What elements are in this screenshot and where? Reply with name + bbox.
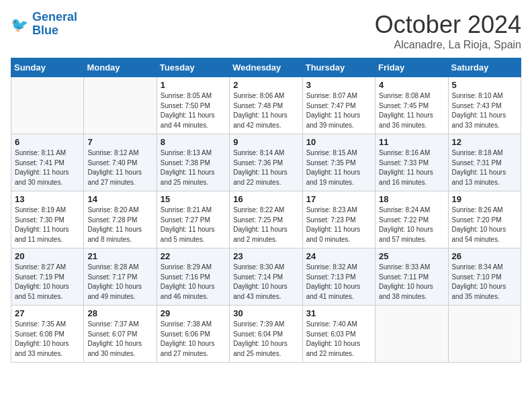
day-info: Sunrise: 8:12 AMSunset: 7:40 PMDaylight:… [87,148,152,187]
calendar-cell: 31Sunrise: 7:40 AMSunset: 6:03 PMDayligh… [302,306,375,363]
calendar-cell: 6Sunrise: 8:11 AMSunset: 7:41 PMDaylight… [11,134,84,191]
calendar-cell: 12Sunrise: 8:18 AMSunset: 7:31 PMDayligh… [448,134,521,191]
calendar-cell: 22Sunrise: 8:29 AMSunset: 7:16 PMDayligh… [157,248,229,306]
day-number: 2 [233,80,298,90]
calendar-cell: 4Sunrise: 8:08 AMSunset: 7:45 PMDaylight… [375,77,448,134]
day-info: Sunrise: 8:30 AMSunset: 7:14 PMDaylight:… [233,263,298,302]
day-info: Sunrise: 8:27 AMSunset: 7:19 PMDaylight:… [15,263,80,302]
day-info: Sunrise: 8:28 AMSunset: 7:17 PMDaylight:… [87,263,152,302]
day-info: Sunrise: 8:06 AMSunset: 7:48 PMDaylight:… [233,91,298,130]
day-number: 30 [233,308,298,318]
calendar-cell: 19Sunrise: 8:26 AMSunset: 7:20 PMDayligh… [448,191,521,248]
day-number: 17 [306,194,371,204]
calendar-cell: 10Sunrise: 8:15 AMSunset: 7:35 PMDayligh… [302,134,375,191]
day-number: 22 [161,251,226,261]
day-number: 23 [233,251,298,261]
calendar-cell: 2Sunrise: 8:06 AMSunset: 7:48 PMDaylight… [230,77,302,134]
day-number: 21 [87,251,152,261]
day-number: 18 [379,194,444,204]
calendar-cell: 21Sunrise: 8:28 AMSunset: 7:17 PMDayligh… [84,248,157,306]
logo-icon: 🐦 [11,15,30,34]
calendar-header: SundayMondayTuesdayWednesdayThursdayFrid… [11,58,521,77]
day-number: 3 [306,80,371,90]
calendar-cell: 14Sunrise: 8:20 AMSunset: 7:28 PMDayligh… [84,191,157,248]
logo-text: General Blue [32,11,77,38]
calendar-cell: 25Sunrise: 8:33 AMSunset: 7:11 PMDayligh… [375,248,448,306]
calendar-week-row: 6Sunrise: 8:11 AMSunset: 7:41 PMDaylight… [11,134,521,191]
day-number: 20 [15,251,80,261]
calendar-cell: 5Sunrise: 8:10 AMSunset: 7:43 PMDaylight… [448,77,521,134]
logo: 🐦 General Blue [11,11,77,38]
day-info: Sunrise: 8:34 AMSunset: 7:10 PMDaylight:… [452,263,517,302]
day-number: 31 [306,308,371,318]
calendar-cell [84,77,157,134]
day-info: Sunrise: 7:38 AMSunset: 6:06 PMDaylight:… [161,320,226,359]
calendar-cell: 9Sunrise: 8:14 AMSunset: 7:36 PMDaylight… [230,134,302,191]
day-info: Sunrise: 8:19 AMSunset: 7:30 PMDaylight:… [15,205,80,244]
calendar-cell: 30Sunrise: 7:39 AMSunset: 6:04 PMDayligh… [230,306,302,363]
calendar-cell: 23Sunrise: 8:30 AMSunset: 7:14 PMDayligh… [230,248,302,306]
day-number: 9 [233,137,298,147]
day-info: Sunrise: 8:29 AMSunset: 7:16 PMDaylight:… [161,263,226,302]
day-info: Sunrise: 8:33 AMSunset: 7:11 PMDaylight:… [379,263,444,302]
day-info: Sunrise: 8:18 AMSunset: 7:31 PMDaylight:… [452,148,517,187]
day-info: Sunrise: 7:40 AMSunset: 6:03 PMDaylight:… [306,320,371,359]
calendar-cell: 16Sunrise: 8:22 AMSunset: 7:25 PMDayligh… [230,191,302,248]
calendar-cell: 17Sunrise: 8:23 AMSunset: 7:23 PMDayligh… [302,191,375,248]
day-number: 28 [87,308,152,318]
header-cell-tuesday: Tuesday [157,58,229,77]
day-number: 6 [15,137,80,147]
day-number: 24 [306,251,371,261]
day-info: Sunrise: 7:39 AMSunset: 6:04 PMDaylight:… [233,320,298,359]
calendar-cell: 27Sunrise: 7:35 AMSunset: 6:08 PMDayligh… [11,306,84,363]
day-info: Sunrise: 8:05 AMSunset: 7:50 PMDaylight:… [161,91,226,130]
header-cell-friday: Friday [375,58,448,77]
day-number: 16 [233,194,298,204]
calendar-cell: 11Sunrise: 8:16 AMSunset: 7:33 PMDayligh… [375,134,448,191]
day-info: Sunrise: 7:35 AMSunset: 6:08 PMDaylight:… [15,320,80,359]
day-number: 25 [379,251,444,261]
day-info: Sunrise: 8:14 AMSunset: 7:36 PMDaylight:… [233,148,298,187]
day-info: Sunrise: 7:37 AMSunset: 6:07 PMDaylight:… [87,320,152,359]
calendar-week-row: 27Sunrise: 7:35 AMSunset: 6:08 PMDayligh… [11,306,521,363]
header-row: SundayMondayTuesdayWednesdayThursdayFrid… [11,58,521,77]
page-header: 🐦 General Blue October 2024 Alcanadre, L… [11,11,521,51]
day-number: 12 [452,137,517,147]
day-info: Sunrise: 8:15 AMSunset: 7:35 PMDaylight:… [306,148,371,187]
calendar-cell: 8Sunrise: 8:13 AMSunset: 7:38 PMDaylight… [157,134,229,191]
calendar-body: 1Sunrise: 8:05 AMSunset: 7:50 PMDaylight… [11,77,521,363]
calendar-cell [11,77,84,134]
day-number: 14 [87,194,152,204]
calendar-cell [448,306,521,363]
day-number: 10 [306,137,371,147]
calendar-cell: 28Sunrise: 7:37 AMSunset: 6:07 PMDayligh… [84,306,157,363]
day-number: 4 [379,80,444,90]
day-info: Sunrise: 8:22 AMSunset: 7:25 PMDaylight:… [233,205,298,244]
day-info: Sunrise: 8:08 AMSunset: 7:45 PMDaylight:… [379,91,444,130]
header-cell-sunday: Sunday [11,58,84,77]
calendar-week-row: 1Sunrise: 8:05 AMSunset: 7:50 PMDaylight… [11,77,521,134]
day-info: Sunrise: 8:26 AMSunset: 7:20 PMDaylight:… [452,205,517,244]
month-title: October 2024 [375,11,521,39]
calendar-table: SundayMondayTuesdayWednesdayThursdayFrid… [11,58,521,363]
day-info: Sunrise: 8:21 AMSunset: 7:27 PMDaylight:… [161,205,226,244]
header-cell-monday: Monday [84,58,157,77]
day-info: Sunrise: 8:32 AMSunset: 7:13 PMDaylight:… [306,263,371,302]
svg-text:🐦: 🐦 [11,16,29,34]
day-info: Sunrise: 8:10 AMSunset: 7:43 PMDaylight:… [452,91,517,130]
day-number: 13 [15,194,80,204]
day-info: Sunrise: 8:16 AMSunset: 7:33 PMDaylight:… [379,148,444,187]
day-number: 26 [452,251,517,261]
day-number: 7 [87,137,152,147]
title-area: October 2024 Alcanadre, La Rioja, Spain [375,11,521,51]
header-cell-thursday: Thursday [302,58,375,77]
calendar-week-row: 13Sunrise: 8:19 AMSunset: 7:30 PMDayligh… [11,191,521,248]
calendar-cell: 13Sunrise: 8:19 AMSunset: 7:30 PMDayligh… [11,191,84,248]
calendar-cell: 20Sunrise: 8:27 AMSunset: 7:19 PMDayligh… [11,248,84,306]
location-title: Alcanadre, La Rioja, Spain [375,39,521,51]
day-info: Sunrise: 8:11 AMSunset: 7:41 PMDaylight:… [15,148,80,187]
header-cell-wednesday: Wednesday [230,58,302,77]
calendar-cell: 3Sunrise: 8:07 AMSunset: 7:47 PMDaylight… [302,77,375,134]
calendar-cell: 18Sunrise: 8:24 AMSunset: 7:22 PMDayligh… [375,191,448,248]
calendar-week-row: 20Sunrise: 8:27 AMSunset: 7:19 PMDayligh… [11,248,521,306]
